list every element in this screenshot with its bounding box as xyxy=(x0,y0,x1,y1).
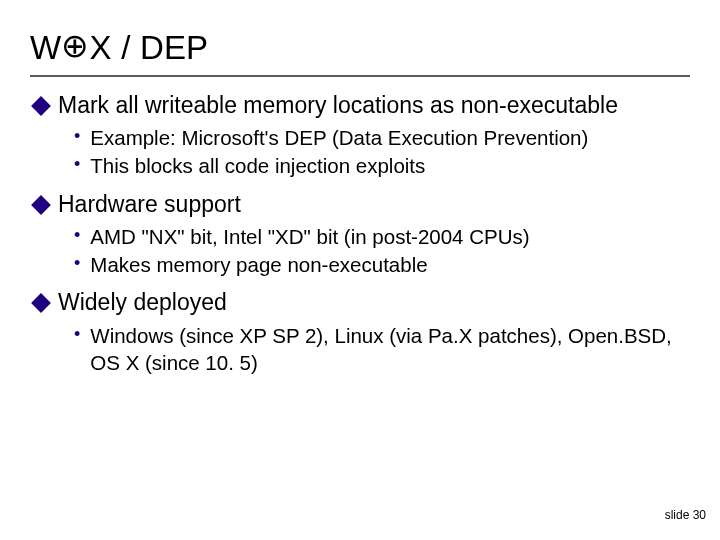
bullet-l2: • Example: Microsoft's DEP (Data Executi… xyxy=(74,124,690,151)
bullet-l2-text: AMD "NX" bit, Intel "XD" bit (in post-20… xyxy=(90,223,690,250)
bullet-l2-text: Windows (since XP SP 2), Linux (via Pa.X… xyxy=(90,322,690,376)
dot-icon: • xyxy=(74,323,80,347)
diamond-icon xyxy=(31,293,51,313)
section-1: Mark all writeable memory locations as n… xyxy=(30,91,690,180)
bullet-l1-text: Mark all writeable memory locations as n… xyxy=(58,91,690,120)
bullet-l1: Hardware support xyxy=(34,190,690,219)
title-rule xyxy=(30,75,690,77)
bullet-l2: • Windows (since XP SP 2), Linux (via Pa… xyxy=(74,322,690,376)
bullet-l2-text: Makes memory page non-executable xyxy=(90,251,690,278)
bullet-l1-text: Hardware support xyxy=(58,190,690,219)
bullet-l2: • Makes memory page non-executable xyxy=(74,251,690,278)
bullet-l1: Mark all writeable memory locations as n… xyxy=(34,91,690,120)
section-3: Widely deployed • Windows (since XP SP 2… xyxy=(30,288,690,376)
bullet-l2-text: Example: Microsoft's DEP (Data Execution… xyxy=(90,124,690,151)
slide-number: slide 30 xyxy=(665,508,706,522)
diamond-icon xyxy=(31,96,51,116)
diamond-icon xyxy=(31,195,51,215)
section-2: Hardware support • AMD "NX" bit, Intel "… xyxy=(30,190,690,279)
bullet-l2-text: This blocks all code injection exploits xyxy=(90,152,690,179)
dot-icon: • xyxy=(74,252,80,276)
sub-list: • Example: Microsoft's DEP (Data Executi… xyxy=(74,124,690,179)
title-post: X / DEP xyxy=(90,29,209,66)
dot-icon: • xyxy=(74,125,80,149)
sub-list: • AMD "NX" bit, Intel "XD" bit (in post-… xyxy=(74,223,690,278)
dot-icon: • xyxy=(74,224,80,248)
slide-title: W⊕X / DEP xyxy=(30,26,690,67)
bullet-l1-text: Widely deployed xyxy=(58,288,690,317)
slide: W⊕X / DEP Mark all writeable memory loca… xyxy=(0,0,720,540)
dot-icon: • xyxy=(74,153,80,177)
oplus-symbol: ⊕ xyxy=(61,26,89,65)
bullet-l2: • AMD "NX" bit, Intel "XD" bit (in post-… xyxy=(74,223,690,250)
bullet-l2: • This blocks all code injection exploit… xyxy=(74,152,690,179)
sub-list: • Windows (since XP SP 2), Linux (via Pa… xyxy=(74,322,690,376)
title-pre: W xyxy=(30,29,61,66)
bullet-l1: Widely deployed xyxy=(34,288,690,317)
